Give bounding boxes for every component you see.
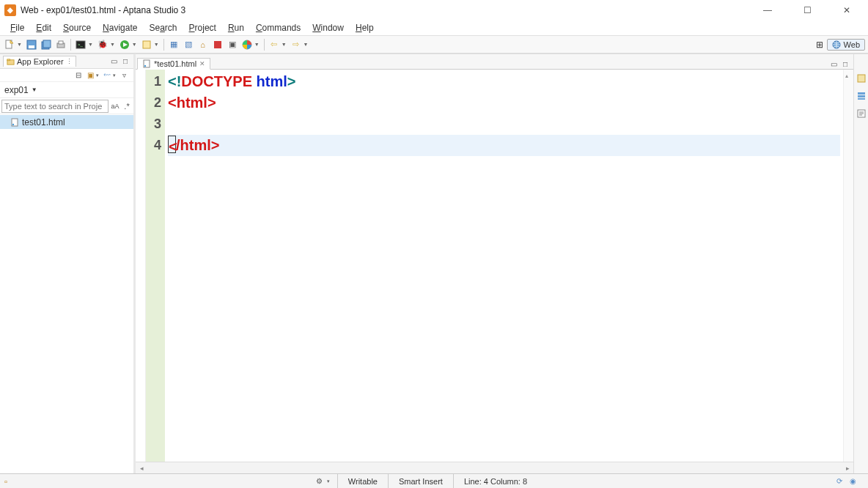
menu-commands[interactable]: Commands (250, 21, 306, 34)
status-bar: ▫ ⚙ ▾ Writable Smart Insert Line: 4 Colu… (0, 473, 868, 488)
debug-icon[interactable]: 🐞 (96, 38, 109, 51)
menu-window[interactable]: Window (306, 21, 350, 34)
collapse-all-icon[interactable]: ⊟ (73, 70, 84, 81)
status-gear-icon[interactable]: ⚙ (315, 476, 325, 487)
menu-file[interactable]: File (4, 21, 30, 34)
status-left-icon[interactable]: ▫ (4, 474, 18, 488)
minimize-button[interactable]: — (757, 3, 779, 18)
overview-ruler[interactable]: ▴ (843, 70, 853, 462)
line-number: 4 (146, 135, 161, 156)
run-dropdown-icon[interactable]: ▼ (132, 42, 137, 47)
maximize-button[interactable]: ☐ (796, 3, 818, 18)
samples-icon[interactable] (856, 91, 867, 101)
editor-minimize-icon[interactable]: ▭ (828, 59, 839, 69)
regex-icon[interactable]: .* (122, 101, 132, 111)
menu-project[interactable]: Project (183, 21, 222, 34)
terminal-dropdown-icon[interactable]: ▼ (88, 42, 93, 47)
new-icon[interactable] (3, 38, 16, 51)
menu-help[interactable]: Help (350, 21, 380, 34)
save-icon[interactable] (25, 38, 38, 51)
explorer-toolbar: ⊟ ▣ ▾ ⬳ ▾ ▿ (0, 69, 133, 82)
back-icon[interactable]: ⇦ (268, 38, 281, 51)
view-menu-icon[interactable]: ▿ (119, 70, 129, 81)
status-sync-icon[interactable]: ⟳ (834, 476, 845, 487)
perspective-web-button[interactable]: Web (827, 39, 865, 51)
app-icon: ◆ (4, 4, 16, 16)
explorer-icon (7, 58, 15, 66)
filter-icon[interactable]: ▣ (226, 38, 239, 51)
status-gear-dropdown-icon[interactable]: ▾ (327, 478, 330, 484)
case-sensitive-icon[interactable]: aA (110, 101, 120, 111)
editor-tab[interactable]: *test01.html ✕ (137, 58, 210, 70)
marker-bar (136, 70, 146, 462)
svg-point-19 (144, 65, 146, 67)
link-dropdown-icon[interactable]: ▾ (113, 73, 116, 78)
status-cursor-position: Line: 4 Column: 8 (453, 474, 537, 488)
project-name: exp01 (4, 85, 29, 95)
status-updates-icon[interactable]: ◉ (847, 476, 858, 487)
html-file-icon (142, 59, 151, 68)
menu-navigate[interactable]: Navigate (97, 21, 143, 34)
new-dropdown-icon[interactable]: ▼ (17, 42, 22, 47)
view-maximize-icon[interactable]: □ (120, 56, 130, 67)
tree-file-item[interactable]: test01.html (0, 115, 133, 129)
outline-icon[interactable] (856, 73, 867, 84)
tab-close-icon[interactable]: ✕ (199, 60, 205, 67)
stop-icon[interactable] (211, 38, 224, 51)
view-title: App Explorer (17, 57, 64, 66)
terminal-icon[interactable]: >_ (74, 38, 87, 51)
scroll-left-icon[interactable]: ◂ (136, 465, 147, 472)
svg-text:>_: >_ (78, 42, 84, 47)
view-minimize-icon[interactable]: ▭ (108, 56, 119, 67)
home-icon[interactable]: ⌂ (196, 38, 210, 51)
app-explorer-view: App Explorer ⋮ ▭ □ ⊟ ▣ ▾ ⬳ ▾ ▿ exp01 ▼ a… (0, 53, 136, 473)
deploy-dropdown-icon[interactable]: ▾ (96, 73, 99, 78)
svg-rect-2 (29, 45, 34, 48)
print-icon[interactable] (54, 38, 67, 51)
code-line-4: </html> (168, 135, 840, 156)
menu-source[interactable]: Source (57, 21, 97, 34)
status-writable: Writable (337, 474, 388, 488)
editor-tab-label: *test01.html (154, 59, 196, 68)
editor-maximize-icon[interactable]: □ (840, 59, 850, 69)
html-file-icon (10, 118, 19, 127)
svg-rect-15 (7, 59, 10, 60)
grid1-icon[interactable]: ▦ (167, 38, 180, 51)
toolbar-separator (70, 39, 71, 51)
run-icon[interactable] (118, 38, 131, 51)
toolbar-separator (163, 39, 164, 51)
forward-dropdown-icon[interactable]: ▼ (304, 42, 309, 47)
link-icon[interactable]: ⬳ (102, 70, 112, 81)
menu-run[interactable]: Run (222, 21, 250, 34)
open-perspective-icon[interactable]: ⊞ (814, 40, 825, 50)
view-pin-icon[interactable]: ⋮ (66, 58, 73, 65)
toolbar-separator (264, 39, 265, 51)
debug-dropdown-icon[interactable]: ▼ (110, 42, 115, 47)
back-dropdown-icon[interactable]: ▼ (282, 42, 287, 47)
ruler-top-icon: ▴ (845, 73, 848, 79)
menu-edit[interactable]: Edit (30, 21, 57, 34)
svg-rect-4 (43, 40, 51, 48)
forward-icon[interactable]: ⇨ (290, 38, 303, 51)
save-all-icon[interactable] (40, 38, 53, 51)
project-search-input[interactable] (1, 100, 108, 113)
horizontal-scrollbar[interactable]: ◂ ▸ (136, 462, 853, 473)
scroll-right-icon[interactable]: ▸ (842, 465, 853, 472)
svg-rect-20 (858, 75, 865, 82)
deploy-icon[interactable]: ▣ (85, 70, 95, 81)
editor-area: *test01.html ✕ ▭ □ 1 2 3 4 <!DOCTYPE htm… (136, 53, 853, 473)
color-icon[interactable] (240, 38, 254, 51)
project-selector[interactable]: exp01 ▼ (0, 82, 133, 98)
title-bar: ◆ Web - exp01/test01.html - Aptana Studi… (0, 0, 868, 20)
grid2-icon[interactable]: ▧ (182, 38, 195, 51)
app-explorer-tab[interactable]: App Explorer ⋮ (3, 56, 76, 67)
code-area[interactable]: <!DOCTYPE html> <html> </html> (165, 70, 843, 462)
snippets-icon[interactable] (856, 108, 867, 119)
close-button[interactable]: ✕ (836, 3, 858, 18)
editor-body[interactable]: 1 2 3 4 <!DOCTYPE html> <html> </html> ▴ (136, 70, 853, 462)
script-icon[interactable] (140, 38, 153, 51)
color-dropdown-icon[interactable]: ▼ (254, 42, 260, 47)
menu-search[interactable]: Search (143, 21, 183, 34)
svg-rect-22 (858, 95, 865, 97)
script-dropdown-icon[interactable]: ▼ (154, 42, 159, 47)
